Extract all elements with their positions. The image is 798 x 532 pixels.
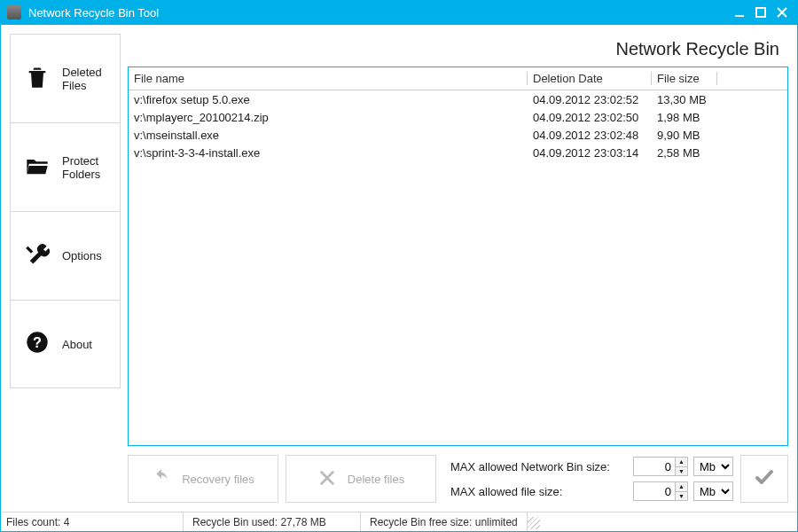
size-limits: MAX allowed Network Bin size: ▲ ▼ Mb (443, 455, 733, 503)
file-table: File name Deletion Date File size v:\fir… (128, 66, 788, 446)
max-bin-size-input[interactable]: ▲ ▼ (633, 457, 688, 476)
folder-open-icon (25, 153, 50, 182)
table-row[interactable]: v:\mseinstall.exe04.09.2012 23:02:489,90… (129, 126, 787, 144)
button-label: Recovery files (182, 473, 254, 486)
window-title: Network Recycle Bin Tool (28, 6, 731, 20)
status-files-count: Files count: 4 (6, 512, 184, 531)
max-bin-label: MAX allowed Network Bin size: (450, 460, 628, 473)
max-file-size-row: MAX allowed file size: ▲ ▼ Mb (450, 481, 733, 501)
max-bin-value[interactable] (634, 458, 675, 475)
spinner-buttons: ▲ ▼ (675, 482, 687, 500)
undo-icon (152, 468, 171, 490)
title-bar: Network Recycle Bin Tool (0, 0, 798, 25)
svg-rect-1 (756, 8, 765, 17)
svg-text:?: ? (33, 334, 42, 350)
cell-date: 04.09.2012 23:02:52 (528, 93, 652, 106)
cell-size: 9,90 MB (652, 129, 717, 142)
sidebar-item-options[interactable]: Options (10, 211, 121, 300)
sidebar-item-label: Protect Folders (62, 154, 120, 181)
sidebar-item-deleted-files[interactable]: Deleted Files (10, 34, 121, 122)
max-bin-unit-select[interactable]: Mb (693, 457, 733, 476)
cell-size: 2,58 MB (652, 146, 717, 160)
cell-size: 1,98 MB (652, 111, 717, 124)
delete-files-button[interactable]: Delete files (286, 455, 436, 503)
button-label: Delete files (348, 473, 404, 486)
max-file-unit-select[interactable]: Mb (693, 481, 733, 501)
cell-size: 13,30 MB (652, 93, 717, 106)
cell-name: v:\sprint-3-3-4-install.exe (129, 146, 528, 160)
close-button[interactable] (773, 4, 791, 21)
spinner-buttons: ▲ ▼ (675, 458, 687, 475)
column-header-name[interactable]: File name (129, 72, 528, 85)
table-body: v:\firefox setup 5.0.exe04.09.2012 23:02… (129, 90, 787, 161)
window-buttons (731, 4, 791, 21)
main: Deleted Files Protect Folders Options ? … (1, 25, 797, 512)
maximize-button[interactable] (752, 4, 770, 21)
column-header-size[interactable]: File size (652, 72, 717, 85)
sidebar: Deleted Files Protect Folders Options ? … (10, 34, 121, 512)
tools-icon (25, 242, 50, 270)
max-file-value[interactable] (634, 482, 675, 500)
delete-icon (317, 468, 337, 490)
cell-name: v:\mplayerc_20100214.zip (129, 111, 528, 124)
cell-date: 04.09.2012 23:03:14 (528, 146, 652, 160)
table-row[interactable]: v:\mplayerc_20100214.zip04.09.2012 23:02… (129, 108, 787, 126)
sidebar-item-about[interactable]: ? About (10, 300, 121, 388)
sidebar-item-label: About (62, 338, 92, 351)
page-title: Network Recycle Bin (128, 34, 788, 66)
max-file-size-input[interactable]: ▲ ▼ (633, 481, 688, 501)
cell-name: v:\mseinstall.exe (129, 129, 528, 142)
max-bin-size-row: MAX allowed Network Bin size: ▲ ▼ Mb (450, 457, 733, 476)
step-down-icon[interactable]: ▼ (676, 467, 687, 476)
app-icon (7, 5, 21, 20)
sidebar-item-label: Options (62, 249, 102, 262)
table-row[interactable]: v:\firefox setup 5.0.exe04.09.2012 23:02… (129, 90, 787, 108)
cell-date: 04.09.2012 23:02:50 (528, 111, 652, 124)
resize-grip-icon[interactable] (528, 517, 540, 529)
max-file-label: MAX allowed file size: (450, 485, 628, 498)
cell-date: 04.09.2012 23:02:48 (528, 129, 652, 142)
cell-name: v:\firefox setup 5.0.exe (129, 93, 528, 106)
status-bar: Files count: 4 Recycle Bin used: 27,78 M… (1, 512, 797, 531)
toolbar: Recovery files Delete files MAX allowed … (128, 446, 788, 512)
check-icon (754, 466, 775, 491)
client-area: Deleted Files Protect Folders Options ? … (0, 25, 798, 532)
status-free: Recycle Bin free size: unlimited (361, 512, 528, 531)
table-row[interactable]: v:\sprint-3-3-4-install.exe04.09.2012 23… (129, 144, 787, 161)
trash-icon (25, 65, 50, 93)
table-header: File name Deletion Date File size (129, 67, 787, 90)
question-icon: ? (25, 330, 50, 358)
content: Network Recycle Bin File name Deletion D… (128, 34, 788, 512)
step-down-icon[interactable]: ▼ (676, 492, 687, 501)
apply-button[interactable] (740, 455, 788, 503)
step-up-icon[interactable]: ▲ (676, 458, 687, 467)
column-header-date[interactable]: Deletion Date (528, 72, 652, 85)
status-used: Recycle Bin used: 27,78 MB (184, 512, 361, 531)
step-up-icon[interactable]: ▲ (676, 482, 687, 492)
minimize-button[interactable] (731, 4, 748, 21)
sidebar-item-label: Deleted Files (62, 66, 120, 92)
sidebar-item-protect-folders[interactable]: Protect Folders (10, 122, 121, 211)
recovery-files-button[interactable]: Recovery files (128, 455, 278, 503)
